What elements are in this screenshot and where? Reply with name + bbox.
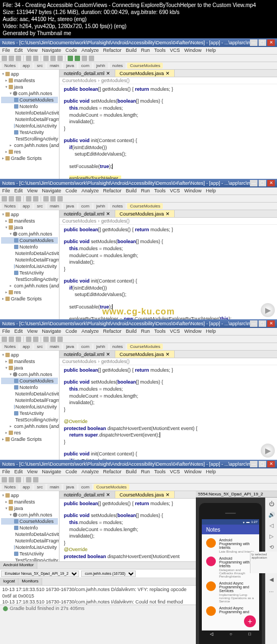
tree-item[interactable]: TestActivity — [1, 129, 58, 136]
nav-chip[interactable]: java — [63, 63, 77, 69]
rotate-left-icon[interactable]: ◁ — [268, 521, 275, 529]
course-icon — [206, 606, 216, 616]
close-button[interactable]: ✕ — [267, 39, 275, 46]
paste-icon[interactable] — [57, 56, 63, 61]
fab-add-button[interactable]: + — [244, 615, 256, 627]
maximize-button[interactable]: ▢ — [259, 180, 266, 186]
screenshot-icon[interactable]: ⟲ — [268, 543, 275, 551]
minimize-button[interactable]: — — [250, 180, 258, 186]
ide-panel-2: Notes - [C:\Users\Jim\Documents\work\Plu… — [0, 179, 277, 319]
ide-panel-1: Notes - [C:\Users\Jim\Documents\work\Plu… — [0, 38, 277, 179]
maximize-button[interactable]: ▢ — [259, 39, 266, 46]
more-icon[interactable]: ... — [268, 586, 275, 594]
editor-tab-active[interactable]: CourseModules.java✕ — [115, 70, 175, 77]
phone-list[interactable]: Android Programming with IntentsLate Bin… — [202, 534, 259, 630]
toolbar — [0, 55, 277, 62]
nav-chip[interactable]: jwhh — [94, 63, 108, 69]
tree-item[interactable]: TestScrollingActivity — [1, 136, 58, 142]
right-panel: ly selected application — [250, 552, 277, 573]
logcat-tab[interactable]: logcat — [0, 578, 18, 585]
nav-chip[interactable]: main — [47, 63, 62, 69]
next-arrow-icon[interactable]: ▶ — [261, 303, 275, 317]
menu-analyze[interactable]: Analyze — [81, 48, 98, 53]
emulator-title: 5554:Nexus_5X_Dpad_API_19_2 — [196, 491, 277, 498]
menu-navigate[interactable]: Navigate — [42, 48, 61, 53]
phone-appbar: Notes — [202, 525, 259, 534]
menu-vcs[interactable]: VCS — [170, 48, 180, 53]
next-arrow-icon[interactable]: ▶ — [261, 444, 275, 458]
debug-icon[interactable] — [75, 56, 80, 61]
tree-item[interactable]: ▸manifests — [1, 77, 58, 84]
sync-icon[interactable] — [16, 56, 21, 61]
project-tree[interactable]: ▾app ▸manifests ▾java ▾com.jwhh.notes Co… — [0, 70, 60, 192]
tree-item[interactable]: ▸res — [1, 149, 58, 155]
menu-window[interactable]: Window — [184, 48, 202, 53]
copy-icon[interactable] — [50, 56, 56, 61]
tree-item[interactable]: ▸com.jwhh.notes (androidTest) — [1, 142, 58, 149]
tree-item[interactable]: NoteInfoListActivity — [1, 123, 58, 129]
nav-chip[interactable]: com — [78, 63, 92, 69]
course-icon — [206, 538, 216, 548]
save-icon[interactable] — [9, 56, 14, 61]
rotate-right-icon[interactable]: ▷ — [268, 532, 275, 540]
nav-chip[interactable]: CourseModules — [127, 63, 163, 69]
menu-edit[interactable]: Edit — [15, 48, 23, 53]
ide-panel-4: Notes - [C:\Users\Jim\Documents\work\Plu… — [0, 460, 277, 644]
menu-help[interactable]: Help — [206, 48, 216, 53]
tree-item[interactable]: ▾java — [1, 84, 58, 90]
menu-run[interactable]: Run — [141, 48, 150, 53]
tree-item-selected[interactable]: CourseModules — [1, 97, 58, 103]
list-item[interactable]: Android Async Programming and ServicesIm… — [202, 580, 259, 605]
menu-code[interactable]: Code — [65, 48, 77, 53]
nav-chip[interactable]: app — [20, 63, 32, 69]
menu-view[interactable]: View — [27, 48, 37, 53]
power-icon[interactable]: ⏻ — [268, 500, 275, 507]
menu-refactor[interactable]: Refactor — [103, 48, 121, 53]
phone-navbar[interactable]: ◁○□ — [202, 630, 259, 637]
tree-item[interactable]: NoteInfoDetailActivity — [1, 110, 58, 116]
nav-chip[interactable]: src — [34, 63, 45, 69]
undo-icon[interactable] — [26, 56, 31, 61]
tree-item[interactable]: NoteInfoDetailFragment — [1, 116, 58, 123]
gradle-status: ⬤Gradle build finished in 27s 405ms — [0, 605, 196, 611]
tree-item[interactable]: NoteInfo — [1, 103, 58, 110]
breadcrumb-nav: Notes app src main java com jwhh notes C… — [0, 62, 277, 70]
tree-item[interactable]: ▸Gradle Scripts — [1, 155, 58, 162]
menu-build[interactable]: Build — [126, 48, 136, 53]
run-icon[interactable] — [68, 56, 73, 61]
tree-root: ▾app — [1, 71, 58, 77]
sdk-icon[interactable] — [89, 56, 94, 61]
course-icon — [206, 581, 216, 591]
app-select[interactable]: com.jwhh.notes (16730) — [81, 571, 136, 577]
menubar: File Edit View Navigate Code Analyze Ref… — [0, 47, 277, 55]
menu-file[interactable]: File — [2, 48, 10, 53]
monitors-tab[interactable]: Monitors — [18, 578, 42, 585]
phone-statusbar: ▾▬1:27 — [202, 519, 259, 525]
nav-chip[interactable]: notes — [110, 63, 126, 69]
minimize-button[interactable]: — — [250, 39, 258, 46]
code-content[interactable]: public boolean[] getModules() { return m… — [60, 84, 277, 192]
course-icon — [206, 556, 216, 566]
log-output: 10-13 17:18:33.510 16730-16730/com.jwhh.… — [0, 586, 196, 605]
menu-tools[interactable]: Tools — [154, 48, 166, 53]
tree-item[interactable]: ▾com.jwhh.notes — [1, 90, 58, 97]
nav-chip[interactable]: Notes — [2, 63, 18, 69]
device-select[interactable]: Emulator Nexus_5X_Dpad_API_19_2 — [1, 571, 79, 577]
window-titlebar: Notes - [C:\Users\Jim\Documents\work\Plu… — [0, 179, 277, 187]
android-monitor-panel[interactable]: Android Monitor Emulator Nexus_5X_Dpad_A… — [0, 561, 196, 605]
android-monitor-tab[interactable]: Android Monitor — [0, 562, 37, 569]
editor-tab[interactable]: noteinfo_detail.xml✕ — [60, 70, 115, 77]
video-metadata: File: 34 - Creating Accessible CustomVie… — [0, 0, 277, 38]
cut-icon[interactable] — [43, 56, 49, 61]
back-icon[interactable]: ◀ — [268, 575, 275, 583]
code-editor[interactable]: noteinfo_detail.xml✕ CourseModules.java✕… — [60, 70, 277, 192]
close-button[interactable]: ✕ — [267, 180, 275, 186]
redo-icon[interactable] — [33, 56, 38, 61]
avd-icon[interactable] — [82, 56, 87, 61]
open-icon[interactable] — [2, 56, 7, 61]
ide-panel-3: Notes - [C:\Users\Jim\Documents\work\Plu… — [0, 319, 277, 460]
window-titlebar: Notes - [C:\Users\Jim\Documents\work\Plu… — [0, 38, 277, 47]
code-breadcrumb: CourseModules›getModules() — [60, 77, 277, 84]
volume-icon[interactable]: 🔊 — [268, 511, 275, 518]
